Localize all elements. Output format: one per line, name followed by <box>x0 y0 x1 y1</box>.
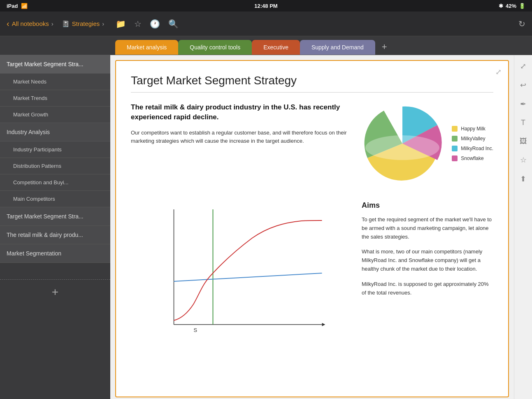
chart-area: S <box>131 201 348 343</box>
sidebar-item-industry-participants[interactable]: Industry Participants <box>0 142 110 158</box>
nav-back[interactable]: ‹ All notebooks › <box>7 19 53 28</box>
pen-icon[interactable]: ✒ <box>520 100 526 109</box>
text-icon[interactable]: T <box>521 118 525 127</box>
sidebar-item-competition[interactable]: Competition and Buyi... <box>0 174 110 191</box>
add-tab-button[interactable]: + <box>375 39 394 55</box>
legend-snowflake: Snowflake <box>452 155 493 161</box>
expand-icon[interactable]: ⤢ <box>495 67 502 77</box>
notebook-arrow-icon: › <box>102 20 104 27</box>
right-toolbar: ⤢ ↩ ✒ T 🖼 ☆ ⬆ <box>514 55 532 399</box>
svg-text:S: S <box>194 327 197 333</box>
toolbar-left: ‹ All notebooks › 📓 Strategies › 📁 ☆ 🕐 🔍 <box>7 19 513 29</box>
intro-body: Our competitors want to establish a regu… <box>131 129 348 146</box>
intro-text: The retail milk & dairy product industry… <box>131 102 348 185</box>
status-left: iPad 📶 <box>7 3 28 9</box>
document-inner: ⤢ Target Market Segment Strategy The ret… <box>115 60 509 397</box>
legend-color-milky-valley <box>452 136 458 142</box>
sidebar-item-target-market-1[interactable]: Target Market Segment Stra... <box>0 55 110 74</box>
legend-color-snowflake <box>452 155 458 161</box>
notebook-icon: 📓 <box>62 20 70 28</box>
back-label: All notebooks <box>12 20 49 27</box>
undo-icon[interactable]: ↩ <box>520 81 526 90</box>
wifi-icon: 📶 <box>21 3 28 9</box>
refresh-button[interactable]: ↻ <box>518 19 525 29</box>
star-icon[interactable]: ☆ <box>134 19 142 29</box>
notebook-nav[interactable]: 📓 Strategies › <box>62 20 105 28</box>
pie-section: Happy Milk MilkyValley MilkyRoad Inc. <box>361 102 493 185</box>
legend-color-milkyroad <box>452 146 458 151</box>
line-chart: S <box>131 201 348 341</box>
svg-marker-3 <box>322 323 325 326</box>
back-chevron-icon: ‹ <box>7 19 9 28</box>
search-icon[interactable]: 🔍 <box>168 19 179 29</box>
folder-icon[interactable]: 📁 <box>116 19 126 29</box>
sidebar-item-market-segmentation[interactable]: Market Segmentation <box>0 244 110 263</box>
legend-milky-valley: MilkyValley <box>452 136 493 142</box>
add-notebook-button[interactable]: + <box>52 285 58 299</box>
sidebar-item-target-market-2[interactable]: Target Market Segment Stra... <box>0 207 110 226</box>
legend-color-happy-milk <box>452 126 458 132</box>
document-area: ⤢ Target Market Segment Strategy The ret… <box>110 55 514 399</box>
tabs-bar: Market analysis Quality control tools Ex… <box>0 36 532 55</box>
legend-milkyroad: MilkyRoad Inc. <box>452 146 493 151</box>
sidebar-item-retail-dairy[interactable]: The retail milk & dairy produ... <box>0 226 110 244</box>
svg-point-0 <box>365 135 439 160</box>
aims-section: Aims To get the required segment of the … <box>362 201 493 343</box>
document-title: Target Market Segment Strategy <box>131 74 493 93</box>
sidebar-item-industry-analysis[interactable]: Industry Analysis <box>0 123 110 142</box>
share-icon[interactable]: ⬆ <box>520 174 526 183</box>
bluetooth-icon: ✱ <box>499 3 503 9</box>
bookmark-icon[interactable]: ☆ <box>520 155 527 165</box>
tab-market-analysis[interactable]: Market analysis <box>115 40 178 55</box>
toolbar: ‹ All notebooks › 📓 Strategies › 📁 ☆ 🕐 🔍… <box>0 12 532 36</box>
tab-quality-control[interactable]: Quality control tools <box>178 40 252 55</box>
history-icon[interactable]: 🕐 <box>150 19 160 29</box>
aims-para-1: To get the required segment of the marke… <box>362 216 493 241</box>
notebook-label: Strategies <box>72 20 100 27</box>
intro-heading: The retail milk & dairy product industry… <box>131 102 348 122</box>
sidebar-item-market-needs[interactable]: Market Needs <box>0 74 110 90</box>
expand-right-icon[interactable]: ⤢ <box>520 62 526 71</box>
aims-para-3: MilkyRoad Inc. is supposed to get approx… <box>362 280 493 297</box>
battery-label: 42% <box>506 3 516 9</box>
sidebar-item-market-trends[interactable]: Market Trends <box>0 90 110 107</box>
pie-chart <box>361 102 444 185</box>
sidebar-item-distribution-patterns[interactable]: Distribution Patterns <box>0 158 110 174</box>
aims-heading: Aims <box>362 201 493 210</box>
sidebar: Target Market Segment Stra... Market Nee… <box>0 55 110 399</box>
content-bottom: S Aims To get the required segment of th… <box>131 201 493 343</box>
sidebar-item-market-growth[interactable]: Market Growth <box>0 107 110 123</box>
arrow-icon: › <box>51 20 53 27</box>
aims-para-2: What is more, two of our main competitor… <box>362 248 493 273</box>
main-layout: Target Market Segment Stra... Market Nee… <box>0 55 532 399</box>
tab-executive[interactable]: Executive <box>252 40 300 55</box>
sidebar-item-main-competitors[interactable]: Main Competitors <box>0 191 110 207</box>
content-top: The retail milk & dairy product industry… <box>131 102 493 185</box>
image-icon[interactable]: 🖼 <box>520 137 527 146</box>
toolbar-icons: 📁 ☆ 🕐 🔍 <box>116 19 179 29</box>
status-right: ✱ 42% 🔋 <box>499 3 525 9</box>
battery-icon: 🔋 <box>519 3 525 9</box>
status-time: 12:48 PM <box>254 3 277 9</box>
legend-happy-milk: Happy Milk <box>452 126 493 132</box>
tab-supply-demand[interactable]: Supply and Demand <box>300 40 375 55</box>
ipad-label: iPad <box>7 3 18 9</box>
refresh-icon: ↻ <box>518 19 525 28</box>
status-bar: iPad 📶 12:48 PM ✱ 42% 🔋 <box>0 0 532 12</box>
pie-legend: Happy Milk MilkyValley MilkyRoad Inc. <box>452 126 493 161</box>
